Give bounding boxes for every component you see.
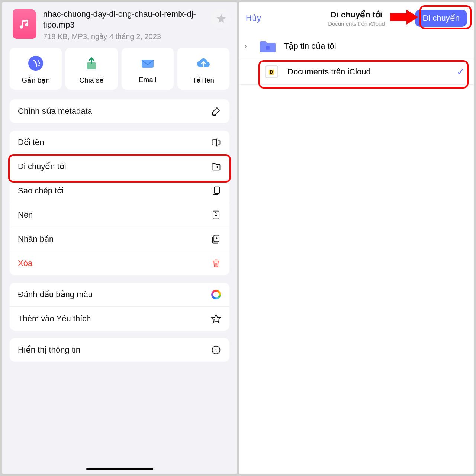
folder-myfiles-row[interactable]: › Tập tin của tôi — [239, 33, 474, 59]
nearby-label: Gần bạn — [22, 76, 50, 84]
compress-label: Nén — [18, 210, 33, 220]
move-to-row[interactable]: Di chuyển tới — [10, 155, 229, 179]
folder-icloud-row[interactable]: D Documents trên iCloud ✓ — [239, 59, 474, 85]
trash-icon — [211, 258, 221, 268]
share-icon — [83, 54, 100, 72]
color-tag-label: Đánh dấu bằng màu — [18, 290, 93, 299]
delete-label: Xóa — [18, 258, 32, 268]
nearby-button[interactable]: Gần bạn — [10, 48, 62, 90]
check-icon: ✓ — [457, 66, 465, 78]
arrow-icon — [390, 7, 420, 28]
color-tag-row[interactable]: Đánh dấu bằng màu — [10, 283, 229, 307]
rename-icon — [211, 137, 221, 148]
right-pane: Hủy Di chuyển tới Documents trên iCloud … — [239, 2, 474, 474]
copy-to-row[interactable]: Sao chép tới — [10, 179, 229, 203]
color-wheel-icon — [211, 289, 221, 300]
email-label: Email — [139, 76, 157, 84]
nearby-icon — [27, 54, 45, 72]
duplicate-row[interactable]: Nhân bản — [10, 227, 229, 251]
pencil-icon — [211, 106, 221, 116]
svg-text:D: D — [270, 70, 273, 75]
svg-rect-6 — [212, 140, 217, 145]
move-button-label: Di chuyển — [422, 13, 460, 23]
svg-rect-5 — [142, 60, 154, 68]
folder-myfiles-label: Tập tin của tôi — [284, 41, 336, 51]
info-row[interactable]: Hiển thị thông tin — [10, 338, 229, 362]
info-icon — [211, 345, 221, 355]
share-label: Chia sẻ — [79, 76, 104, 84]
info-label: Hiển thị thông tin — [18, 345, 80, 355]
folder-list: › Tập tin của tôi D Documents trên iClou… — [239, 31, 474, 85]
svg-point-2 — [39, 62, 40, 64]
file-name: nhac-chuong-day-di-ong-chau-oi-remix-dj-… — [43, 9, 205, 30]
copy-to-label: Sao chép tới — [18, 186, 64, 196]
upload-button[interactable]: Tải lên — [177, 48, 229, 90]
nav-bar: Hủy Di chuyển tới Documents trên iCloud … — [239, 2, 474, 31]
delete-row[interactable]: Xóa — [10, 251, 229, 275]
favorite-row[interactable]: Thêm vào Yêu thích — [10, 307, 229, 331]
svg-point-3 — [38, 65, 40, 66]
upload-label: Tải lên — [193, 76, 214, 84]
duplicate-icon — [211, 234, 221, 244]
email-button[interactable]: Email — [122, 48, 174, 90]
star-outline-icon — [211, 313, 221, 324]
duplicate-label: Nhân bản — [18, 234, 54, 244]
documents-icon: D — [262, 64, 281, 79]
file-header: nhac-chuong-day-di-ong-chau-oi-remix-dj-… — [2, 2, 237, 48]
home-indicator — [86, 468, 153, 470]
copy-icon — [211, 186, 221, 196]
move-button[interactable]: Di chuyển — [415, 10, 467, 27]
rename-row[interactable]: Đổi tên — [10, 131, 229, 155]
rename-label: Đổi tên — [18, 138, 44, 147]
upload-icon — [194, 54, 212, 72]
favorite-label: Thêm vào Yêu thích — [18, 314, 91, 324]
music-file-icon — [13, 9, 36, 39]
edit-metadata-label: Chỉnh sửa metadata — [18, 106, 92, 116]
email-icon — [139, 54, 157, 72]
chevron-right-icon: › — [244, 41, 252, 51]
folder-arrow-icon — [211, 161, 221, 172]
quick-actions: Gần bạn Chia sẻ Email Tải lên — [2, 48, 237, 97]
move-to-label: Di chuyển tới — [18, 162, 66, 171]
folder-icloud-label: Documents trên iCloud — [287, 67, 371, 77]
svg-rect-11 — [266, 46, 270, 50]
file-subtitle: 718 KB, MP3, ngày 4 tháng 2, 2023 — [43, 32, 205, 41]
svg-rect-7 — [214, 187, 219, 194]
zip-icon — [211, 210, 221, 220]
left-pane: nhac-chuong-day-di-ong-chau-oi-remix-dj-… — [2, 2, 237, 474]
star-button[interactable] — [212, 9, 231, 28]
compress-row[interactable]: Nén — [10, 203, 229, 227]
cancel-button[interactable]: Hủy — [246, 13, 261, 23]
share-button[interactable]: Chia sẻ — [65, 48, 118, 90]
folder-icon — [258, 39, 277, 54]
edit-metadata-row[interactable]: Chỉnh sửa metadata — [10, 99, 229, 123]
svg-point-1 — [38, 60, 39, 62]
